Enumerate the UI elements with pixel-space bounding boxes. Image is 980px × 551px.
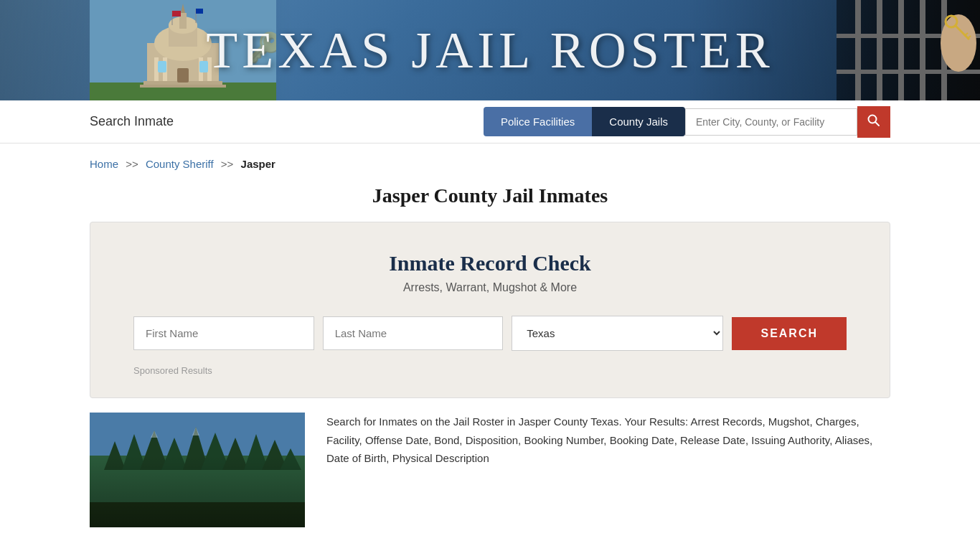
- search-inmate-label: Search Inmate: [90, 114, 484, 129]
- svg-line-36: [875, 122, 879, 126]
- svg-rect-20: [196, 9, 203, 14]
- navbar: Search Inmate Police Facilities County J…: [0, 100, 980, 143]
- record-search-button[interactable]: SEARCH: [732, 317, 847, 350]
- record-check-card: Inmate Record Check Arrests, Warrant, Mu…: [90, 222, 890, 398]
- svg-rect-16: [177, 68, 189, 83]
- last-name-input[interactable]: [323, 316, 504, 350]
- bottom-description: Search for Inmates on the Jail Roster in…: [326, 413, 890, 527]
- police-facilities-button[interactable]: Police Facilities: [484, 107, 592, 136]
- svg-rect-13: [140, 85, 226, 88]
- svg-rect-50: [90, 502, 305, 527]
- search-icon: [867, 114, 880, 127]
- svg-rect-14: [158, 61, 166, 72]
- page-title: Jasper County Jail Inmates: [0, 184, 980, 207]
- state-select[interactable]: AlabamaAlaskaArizonaArkansasCaliforniaCo…: [512, 316, 723, 351]
- first-name-input[interactable]: [133, 316, 314, 350]
- breadcrumb-current: Jasper: [241, 158, 275, 170]
- header-banner: 🔑 Texas Jail Roster: [0, 0, 980, 100]
- breadcrumb: Home >> County Sheriff >> Jasper: [0, 143, 980, 177]
- record-check-subtitle: Arrests, Warrant, Mugshot & More: [133, 281, 847, 294]
- breadcrumb-home[interactable]: Home: [90, 158, 118, 170]
- county-jails-button[interactable]: County Jails: [592, 107, 685, 136]
- breadcrumb-county-sheriff[interactable]: County Sheriff: [146, 158, 214, 170]
- facility-search-input[interactable]: [685, 108, 857, 136]
- breadcrumb-sep1: >>: [126, 158, 138, 170]
- facility-search-button[interactable]: [857, 106, 890, 138]
- keys-illustration: [837, 0, 980, 100]
- site-title: Texas Jail Roster: [206, 21, 773, 80]
- svg-rect-39: [90, 456, 305, 527]
- nav-buttons: Police Facilities County Jails: [484, 106, 890, 138]
- jasper-image: [90, 413, 305, 527]
- breadcrumb-sep2: >>: [221, 158, 234, 170]
- record-check-title: Inmate Record Check: [133, 251, 847, 276]
- sponsored-results-label: Sponsored Results: [133, 365, 847, 376]
- record-check-form: AlabamaAlaskaArizonaArkansasCaliforniaCo…: [133, 316, 847, 351]
- bottom-section: Search for Inmates on the Jail Roster in…: [0, 413, 980, 527]
- svg-rect-18: [172, 11, 181, 17]
